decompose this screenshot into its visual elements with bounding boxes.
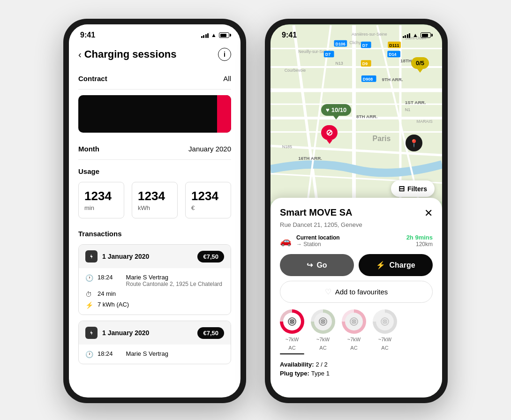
detail-time: 18:24 <box>98 274 113 281</box>
svg-text:D908: D908 <box>363 77 373 82</box>
svg-text:D7: D7 <box>362 43 368 48</box>
svg-text:N1: N1 <box>405 107 410 112</box>
transaction-details-2: 🕐 18:24 Marie S Vertrag <box>79 345 231 364</box>
pin-no-entry-icon: ⊘ <box>326 128 333 138</box>
charger-type-label-2: AC <box>319 345 326 351</box>
pin-heart-icon: ♥ <box>326 106 330 113</box>
filters-button[interactable]: ⊟ Filters <box>391 180 435 197</box>
usage-grid: 1234 min 1234 kWh 1234 € <box>78 182 231 218</box>
charger-type-3[interactable]: ~7kW AC <box>342 309 366 354</box>
charge-button[interactable]: ⚡ Charge <box>359 254 433 276</box>
back-button[interactable]: ‹ Charging sessions <box>78 48 177 60</box>
clock-icon-2: 🕐 <box>85 351 94 358</box>
charger-type-2[interactable]: ~7kW AC <box>311 309 335 354</box>
usage-label: Usage <box>78 167 231 175</box>
map-pin-selected[interactable]: 📍 <box>406 135 422 151</box>
detail-name-2: Marie S Vertrag <box>126 350 224 357</box>
right-phone: N13 N185 N1 9TH ARR. 1ST ARR. 18TH ARR. … <box>265 19 448 403</box>
svg-text:D7: D7 <box>325 52 331 57</box>
map-status-bar: 9:41 ▲ <box>271 24 442 43</box>
availability-value: 2 / 2 <box>316 361 327 368</box>
usage-unit-eur: € <box>191 204 225 211</box>
favourites-button[interactable]: ♡ Add to favourites <box>280 281 433 303</box>
transaction-card-1[interactable]: 1 January 2020 €7,50 🕐 18:24 Marie S Ver… <box>78 244 231 315</box>
availability-row: Availability: 2 / 2 <box>280 361 433 368</box>
transaction-details-1: 🕐 18:24 Marie S Vertrag Route Cantonale … <box>79 268 231 315</box>
map-pin-yellow[interactable]: 0/5 <box>411 57 429 73</box>
pin-location-icon: 📍 <box>409 139 419 148</box>
price-badge-2: €7,50 <box>197 327 224 339</box>
distance-info: 2h 9mins 120km <box>406 234 433 248</box>
charger-ring-4 <box>373 309 397 334</box>
pin-selected[interactable]: 📍 <box>406 135 422 151</box>
station-name: Smart MOVE SA <box>280 207 352 218</box>
bolt-icon: ⚡ <box>85 301 94 309</box>
map-pin-red[interactable]: ⊘ <box>321 125 338 144</box>
detail-address: Route Cantonale 2, 1925 Le Chatelard <box>126 281 224 287</box>
charger-ring-3 <box>342 309 366 334</box>
info-button[interactable]: i <box>218 48 231 61</box>
pin-label-green[interactable]: ♥ 10/10 <box>321 104 351 116</box>
charge-icon-1 <box>85 250 98 262</box>
svg-text:D14: D14 <box>389 52 396 57</box>
month-label: Month <box>78 145 99 153</box>
left-phone: 9:41 ▲ ‹ Cha <box>63 19 246 403</box>
pin-label-yellow[interactable]: 0/5 <box>411 57 429 69</box>
charger-ring-2 <box>311 309 335 334</box>
charger-types: ~7kW AC <box>280 309 433 354</box>
charger-power-4: ~7kW <box>378 337 391 342</box>
transaction-date-2: 1 January 2020 <box>102 329 149 337</box>
transaction-header-1: 1 January 2020 €7,50 <box>79 245 231 268</box>
charge-label: Charge <box>389 261 415 270</box>
close-button[interactable]: ✕ <box>424 207 433 219</box>
heart-icon: ♡ <box>325 287 331 296</box>
favourites-label: Add to favourites <box>335 288 388 296</box>
car-icon: 🚗 <box>280 235 292 247</box>
svg-text:9TH ARR.: 9TH ARR. <box>382 77 403 82</box>
filters-label: Filters <box>407 185 427 193</box>
charger-type-label-1: AC <box>288 345 295 351</box>
charger-type-4[interactable]: ~7kW AC <box>373 309 397 354</box>
charger-inner-4 <box>376 313 394 330</box>
map-area[interactable]: N13 N185 N1 9TH ARR. 1ST ARR. 18TH ARR. … <box>271 24 442 202</box>
page-title: Charging sessions <box>84 48 177 60</box>
go-label: Go <box>316 261 327 270</box>
usage-value-min: 1234 <box>84 189 118 203</box>
charger-inner-1 <box>283 313 301 330</box>
location-info: Current location → Station <box>296 234 402 248</box>
map-pin-green[interactable]: ♥ 10/10 <box>321 104 351 120</box>
transaction-card-2[interactable]: 1 January 2020 €7,50 🕐 18:24 Marie S Ver… <box>78 321 231 364</box>
back-arrow-icon: ‹ <box>78 49 82 60</box>
plug-value: Type 1 <box>311 370 330 377</box>
charger-type-1[interactable]: ~7kW AC <box>280 309 304 354</box>
availability-label: Availability: <box>280 361 314 368</box>
location-row: 🚗 Current location → Station 2h 9mins 12… <box>280 234 433 248</box>
map-signal-bars <box>403 32 411 38</box>
charge-bolt-icon: ⚡ <box>376 261 385 270</box>
pin-label-red[interactable]: ⊘ <box>321 125 338 140</box>
map-status-time: 9:41 <box>282 31 297 39</box>
plug-row: Plug type: Type 1 <box>280 370 433 377</box>
nav-header: ‹ Charging sessions i <box>69 43 240 68</box>
charger-power-1: ~7kW <box>286 337 299 342</box>
charger-power-3: ~7kW <box>347 337 361 342</box>
pin-value-yellow: 0/5 <box>416 60 424 67</box>
action-buttons: ↪ Go ⚡ Charge <box>280 254 433 276</box>
svg-text:D111: D111 <box>389 43 399 48</box>
directions-icon: ↪ <box>307 261 313 270</box>
status-bar-left: 9:41 ▲ <box>69 24 240 43</box>
detail-time-2: 18:24 <box>98 350 113 357</box>
transactions-section: Transactions 1 Janu <box>78 222 231 377</box>
month-value: January 2020 <box>188 145 231 153</box>
charge-icon-2 <box>85 327 98 339</box>
usage-card-eur: 1234 € <box>185 182 231 218</box>
signal-bars-icon <box>201 32 209 38</box>
go-button[interactable]: ↪ Go <box>280 254 354 276</box>
charger-type-label-3: AC <box>350 345 357 351</box>
location-label: Current location <box>296 234 402 241</box>
contract-banner <box>78 95 231 133</box>
charger-power-2: ~7kW <box>316 337 330 342</box>
map-status-icons: ▲ <box>403 32 431 38</box>
info-icon: i <box>224 51 225 58</box>
usage-section: Usage 1234 min 1234 kWh 1234 € <box>78 160 231 222</box>
